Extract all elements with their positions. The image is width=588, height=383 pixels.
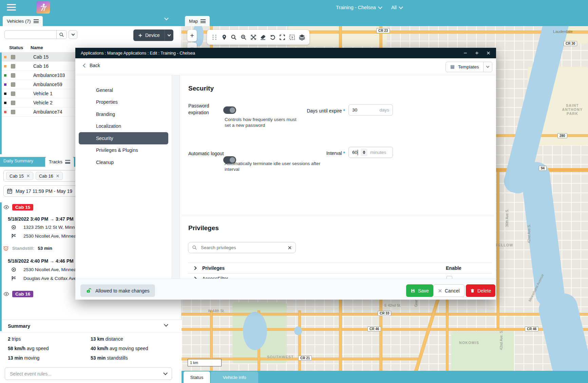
- enable-checkbox[interactable]: [447, 276, 452, 279]
- zoom-in-icon[interactable]: [240, 33, 248, 41]
- minimize-icon[interactable]: [462, 50, 468, 56]
- date-range-picker[interactable]: May 17 11:59 PM - May 19: [3, 185, 85, 197]
- scrollbar[interactable]: [0, 53, 2, 154]
- tab-vehicle-info[interactable]: Vehicle info: [211, 371, 258, 383]
- menu-icon[interactable]: [7, 4, 16, 11]
- tab-map[interactable]: Map: [185, 16, 210, 26]
- app-logo[interactable]: [36, 1, 50, 14]
- column-status: Status: [9, 45, 23, 50]
- stepper-control[interactable]: [361, 149, 367, 156]
- tab-status-label: Status: [190, 375, 203, 380]
- event-rules-select[interactable]: Select event rules...: [5, 367, 172, 380]
- search-icon[interactable]: [230, 33, 238, 41]
- templates-dropdown[interactable]: [483, 62, 492, 72]
- nav-localization[interactable]: Localization: [79, 120, 168, 133]
- close-icon[interactable]: [56, 174, 59, 178]
- tab-vehicles[interactable]: Vehicles (7): [3, 16, 43, 26]
- close-icon[interactable]: [26, 174, 30, 178]
- templates-button[interactable]: Templates: [445, 62, 492, 72]
- collapse-chevron-icon[interactable]: [164, 322, 168, 327]
- nav-privileges-plugins[interactable]: Privileges & Plugins: [79, 144, 168, 157]
- add-window-icon[interactable]: [474, 50, 480, 56]
- tab-daily-summary[interactable]: Daily Summary: [3, 158, 33, 163]
- chip-cab15[interactable]: Cab 15: [6, 172, 33, 180]
- trip-start-address[interactable]: 1323 25th 1/2 St W, Minn: [23, 225, 75, 230]
- nav-branding[interactable]: Branding: [79, 108, 168, 120]
- nav-cleanup[interactable]: Cleanup: [79, 156, 168, 168]
- trip-end-address[interactable]: 2530 Nicollet Ave, Minnea: [23, 234, 76, 239]
- scope-dropdown[interactable]: All: [391, 5, 402, 10]
- trip-end-address[interactable]: Douglas Ave & Colfax Ave: [23, 276, 76, 281]
- vehicle-name: Ambulance103: [33, 73, 65, 78]
- fullscreen-icon[interactable]: [278, 33, 286, 41]
- search-options-dropdown[interactable]: [69, 30, 77, 39]
- tab-menu-icon[interactable]: [65, 160, 70, 164]
- collapse-chevron-icon[interactable]: [164, 16, 169, 20]
- cancel-button[interactable]: Cancel: [433, 284, 464, 297]
- vehicle-search-input[interactable]: [5, 31, 56, 39]
- layers-icon[interactable]: [298, 33, 306, 41]
- standstill-label: Standstill:: [12, 246, 34, 251]
- tab-menu-icon[interactable]: [201, 19, 206, 23]
- eraser-icon[interactable]: [259, 33, 267, 41]
- close-icon[interactable]: [486, 50, 491, 56]
- pin-icon[interactable]: [220, 33, 228, 41]
- vehicle-badge[interactable]: Cab 16: [12, 291, 33, 297]
- rotate-icon[interactable]: [269, 33, 277, 41]
- tab-status[interactable]: Status: [184, 371, 210, 383]
- grip-icon[interactable]: [210, 33, 219, 41]
- visibility-eye-icon[interactable]: [3, 205, 9, 209]
- back-button[interactable]: Back: [83, 63, 100, 68]
- map-label: E 42nd St.: [384, 303, 401, 307]
- privileges-search-input[interactable]: [200, 245, 285, 250]
- chevron-right-icon[interactable]: [193, 266, 196, 270]
- templates-label: Templates: [458, 64, 479, 69]
- interval-value: 60: [352, 150, 357, 155]
- vehicle-icon: [11, 73, 15, 78]
- search-icon[interactable]: [56, 31, 67, 39]
- enable-column-header: Enable: [446, 265, 461, 271]
- delete-button[interactable]: Delete: [466, 284, 495, 297]
- nav-security[interactable]: Security: [79, 132, 168, 144]
- scroll-gutter[interactable]: [172, 75, 180, 279]
- dialog-title-bar[interactable]: Applications : Manage Applications : Edi…: [75, 48, 496, 58]
- tab-map-label: Map: [189, 19, 198, 24]
- vehicle-icon: [11, 110, 15, 114]
- vehicle-chip-list: Cab 15 Cab 16: [3, 170, 85, 182]
- vehicle-badge[interactable]: Cab 15: [12, 204, 33, 210]
- save-button[interactable]: Save: [406, 284, 433, 297]
- trip-time-range[interactable]: 5/18/2022 3:40 PM → 3:47 PM: [8, 216, 74, 222]
- expand-icon[interactable]: [249, 33, 258, 41]
- tab-tracks[interactable]: Tracks: [45, 157, 74, 167]
- chip-cab16[interactable]: Cab 16: [36, 172, 63, 180]
- scrollbar[interactable]: [0, 202, 2, 331]
- interval-input[interactable]: 60 minutes: [348, 147, 393, 158]
- nav-general[interactable]: General: [79, 84, 168, 96]
- nav-properties[interactable]: Properties: [79, 96, 168, 108]
- days-until-expire-input[interactable]: 30 days: [348, 104, 393, 116]
- summary-stat: 53 min standstills: [91, 355, 171, 361]
- dialog-title: Applications : Manage Applications : Edi…: [81, 51, 195, 56]
- vehicle-icon: [11, 55, 15, 59]
- add-device-button[interactable]: Device: [133, 29, 173, 41]
- select-query-icon[interactable]: ?: [288, 33, 296, 41]
- vehicle-name: Cab 16: [33, 63, 49, 69]
- map-label: NOKOMIS: [459, 341, 479, 345]
- database-dropdown[interactable]: Training - Chelsea: [336, 5, 382, 10]
- map-lake: [243, 312, 267, 350]
- map-label: Lauderdale: [553, 29, 573, 34]
- trip-time-range[interactable]: 5/18/2022 4:40 PM → 4:46 PM: [8, 258, 74, 264]
- trip-start-address[interactable]: 2530 Nicollet Ave, Minnea: [23, 267, 76, 272]
- tab-menu-icon[interactable]: [34, 19, 39, 23]
- automatic-logout-label: Automatic logout: [188, 151, 224, 156]
- map-label: 36th Ave S.: [505, 209, 509, 227]
- vehicle-name: Ambulance74: [33, 109, 62, 115]
- visibility-eye-icon[interactable]: [3, 292, 9, 296]
- map-zoom-in-button[interactable]: +: [187, 30, 197, 41]
- privilege-row-accessfilter[interactable]: AccessFilter: [188, 274, 492, 279]
- password-expiration-toggle[interactable]: [223, 106, 236, 114]
- chevron-down-icon: [378, 5, 382, 9]
- privileges-table-header[interactable]: Privileges Enable: [188, 263, 492, 274]
- clear-search-icon[interactable]: [288, 246, 292, 250]
- device-dropdown[interactable]: [165, 29, 173, 41]
